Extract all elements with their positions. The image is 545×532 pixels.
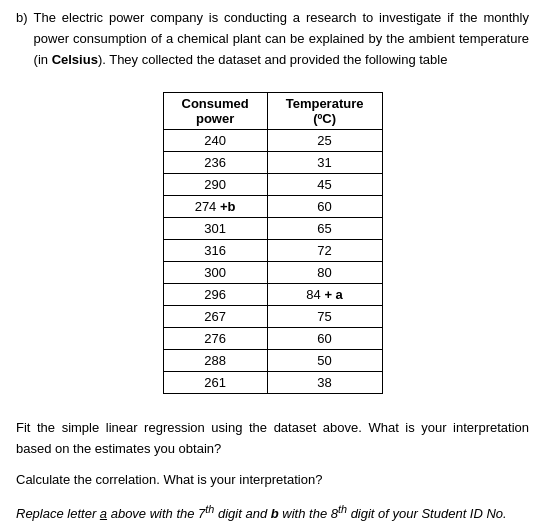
power-cell: 276 xyxy=(163,328,267,350)
temp-cell: 75 xyxy=(267,306,382,328)
power-cell: 316 xyxy=(163,240,267,262)
temp-cell: 72 xyxy=(267,240,382,262)
q3-a: a xyxy=(100,506,107,521)
table-row: 26138 xyxy=(163,372,382,394)
q3-b: b xyxy=(271,506,279,521)
temp-cell: 25 xyxy=(267,130,382,152)
question-container: b) The electric power company is conduct… xyxy=(16,8,529,525)
table-section: Consumedpower Temperature(ºC) 2402523631… xyxy=(16,92,529,394)
q3-text: Replace letter a above with the 7th digi… xyxy=(16,501,529,525)
q1-text: Fit the simple linear regression using t… xyxy=(16,418,529,460)
bold-celsius: Celsius xyxy=(52,52,98,67)
table-row: 30080 xyxy=(163,262,382,284)
intro-end-text: ). They collected the dataset and provid… xyxy=(98,52,448,67)
temp-cell: 60 xyxy=(267,196,382,218)
table-row: 27660 xyxy=(163,328,382,350)
table-row: 31672 xyxy=(163,240,382,262)
power-cell: 300 xyxy=(163,262,267,284)
q3-end: digit of your Student ID No. xyxy=(347,506,507,521)
power-cell: 261 xyxy=(163,372,267,394)
table-row: 28850 xyxy=(163,350,382,372)
table-row: 29684 + a xyxy=(163,284,382,306)
temp-cell: 84 + a xyxy=(267,284,382,306)
temp-cell: 38 xyxy=(267,372,382,394)
table-row: 23631 xyxy=(163,152,382,174)
table-header-row: Consumedpower Temperature(ºC) xyxy=(163,93,382,130)
power-cell: 240 xyxy=(163,130,267,152)
q3-middle: above with the 7 xyxy=(107,506,205,521)
q3-middle2: digit and xyxy=(214,506,270,521)
temp-cell: 50 xyxy=(267,350,382,372)
power-cell: 301 xyxy=(163,218,267,240)
power-cell: 274 +b xyxy=(163,196,267,218)
temp-cell: 80 xyxy=(267,262,382,284)
power-cell: 267 xyxy=(163,306,267,328)
power-cell: 290 xyxy=(163,174,267,196)
table-row: 30165 xyxy=(163,218,382,240)
table-body: 240252363129045274 +b6030165316723008029… xyxy=(163,130,382,394)
power-cell: 236 xyxy=(163,152,267,174)
q3-8th: th xyxy=(338,503,347,515)
power-cell: 296 xyxy=(163,284,267,306)
power-cell: 288 xyxy=(163,350,267,372)
question-text: The electric power company is conducting… xyxy=(34,8,529,70)
table-row: 26775 xyxy=(163,306,382,328)
col1-header: Consumedpower xyxy=(163,93,267,130)
temp-cell: 45 xyxy=(267,174,382,196)
col2-header: Temperature(ºC) xyxy=(267,93,382,130)
temp-cell: 60 xyxy=(267,328,382,350)
q3-middle3: with the 8 xyxy=(279,506,338,521)
table-row: 274 +b60 xyxy=(163,196,382,218)
table-row: 24025 xyxy=(163,130,382,152)
temp-cell: 31 xyxy=(267,152,382,174)
q3-italic-start: Replace letter xyxy=(16,506,100,521)
table-row: 29045 xyxy=(163,174,382,196)
temp-cell: 65 xyxy=(267,218,382,240)
question-label: b) xyxy=(16,8,28,70)
q2-text: Calculate the correlation. What is your … xyxy=(16,470,529,491)
question-header: b) The electric power company is conduct… xyxy=(16,8,529,70)
data-table: Consumedpower Temperature(ºC) 2402523631… xyxy=(163,92,383,394)
